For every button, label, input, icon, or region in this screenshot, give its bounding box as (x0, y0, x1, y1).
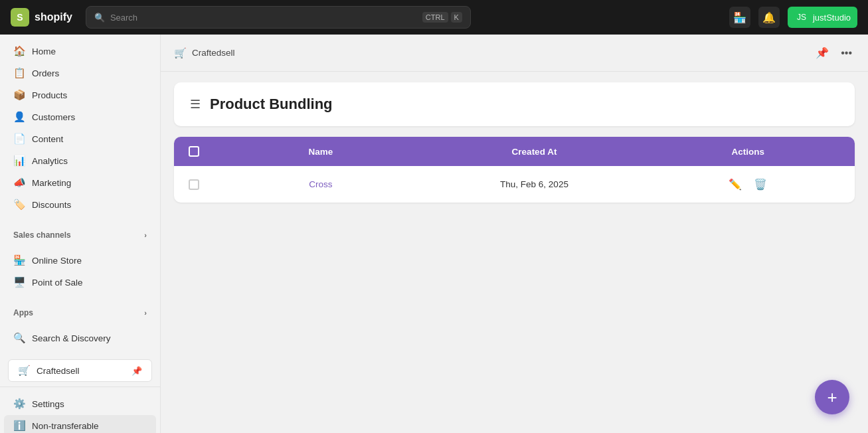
sidebar-item-analytics[interactable]: 📊 Analytics (4, 150, 156, 171)
search-placeholder: Search (110, 13, 137, 23)
logo-text: shopify (35, 11, 72, 23)
account-button[interactable]: JS justStudio (788, 7, 857, 28)
sidebar: 🏠 Home 📋 Orders 📦 Products 👤 Customers 📄… (0, 35, 161, 433)
sidebar-bottom: ⚙️ Settings ℹ️ Non-transferable (0, 387, 160, 433)
store-icon-button[interactable]: 🏪 (729, 7, 750, 28)
customers-icon: 👤 (13, 111, 25, 123)
sidebar-item-customers[interactable]: 👤 Customers (4, 106, 156, 128)
topnav-right: 🏪 🔔 JS justStudio (729, 7, 857, 28)
sidebar-item-search-discovery[interactable]: 🔍 Search & Discovery (4, 327, 156, 349)
sales-channels-label: Sales channels (13, 230, 71, 240)
td-created-at: Thu, Feb 6, 2025 (428, 170, 642, 199)
sidebar-item-label: Discounts (32, 200, 71, 210)
edit-button[interactable]: ✏️ (726, 175, 744, 193)
page-header-bar: 🛒 Craftedsell 📌 ••• (161, 35, 868, 72)
avatar-initials: JS (794, 13, 809, 22)
info-icon: ℹ️ (13, 420, 25, 432)
apps-arrow: › (144, 309, 147, 317)
sidebar-item-label: Search & Discovery (32, 333, 111, 343)
sidebar-pinned-label: Craftedsell (37, 366, 80, 376)
search-discovery-icon: 🔍 (13, 332, 25, 344)
online-store-icon: 🏪 (13, 254, 25, 266)
sidebar-item-online-store[interactable]: 🏪 Online Store (4, 250, 156, 271)
sidebar-item-label: Products (32, 90, 67, 100)
row-checkbox-cell[interactable] (174, 170, 214, 199)
breadcrumb-icon: 🛒 (174, 47, 187, 59)
sidebar-item-label: Online Store (32, 256, 82, 266)
sales-channels-header[interactable]: Sales channels › (4, 226, 156, 242)
main-content: 🛒 Craftedsell 📌 ••• ☰ Product Bundling (161, 35, 868, 433)
search-bar[interactable]: 🔍 Search CTRL K (86, 6, 471, 29)
row-checkbox[interactable] (189, 179, 199, 190)
bundle-name-link[interactable]: Cross (309, 179, 332, 189)
apps-section: 🔍 Search & Discovery (0, 321, 160, 355)
non-transferable-label: Non-transferable (32, 421, 99, 431)
discounts-icon: 🏷️ (13, 199, 25, 211)
analytics-icon: 📊 (13, 155, 25, 167)
pin-button[interactable]: 📌 (813, 44, 831, 62)
add-button[interactable]: + (815, 380, 849, 414)
home-icon: 🏠 (13, 45, 25, 57)
sidebar-item-content[interactable]: 📄 Content (4, 128, 156, 149)
header-checkbox[interactable] (189, 146, 199, 157)
orders-icon: 📋 (13, 67, 25, 79)
delete-button[interactable]: 🗑️ (751, 175, 770, 193)
th-actions: Actions (641, 137, 855, 166)
ctrl-key: CTRL (422, 12, 448, 23)
pin-icon: 📌 (131, 366, 142, 376)
topnav: S shopify 🔍 Search CTRL K 🏪 🔔 JS justStu… (0, 0, 868, 35)
header-checkbox-cell[interactable] (174, 137, 214, 166)
apps-header[interactable]: Apps › (4, 304, 156, 320)
sidebar-item-discounts[interactable]: 🏷️ Discounts (4, 194, 156, 215)
search-icon: 🔍 (94, 13, 105, 23)
title-card: ☰ Product Bundling (174, 82, 855, 126)
sales-channels-section: 🏪 Online Store 🖥️ Point of Sale (0, 244, 160, 299)
page-title: Product Bundling (210, 96, 333, 113)
sales-channels-arrow: › (144, 231, 147, 239)
sidebar-item-settings[interactable]: ⚙️ Settings (4, 393, 156, 414)
k-key: K (451, 12, 462, 23)
point-of-sale-icon: 🖥️ (13, 276, 25, 288)
sidebar-item-orders[interactable]: 📋 Orders (4, 62, 156, 84)
sidebar-item-label: Point of Sale (32, 278, 83, 288)
sidebar-item-label: Analytics (32, 156, 68, 166)
search-keyboard-shortcut: CTRL K (422, 12, 462, 23)
td-actions: ✏️ 🗑️ (641, 166, 855, 203)
sidebar-item-marketing[interactable]: 📣 Marketing (4, 172, 156, 193)
table-header: Name Created At Actions (174, 137, 855, 166)
settings-label: Settings (32, 399, 64, 409)
craftedsell-cart-icon: 🛒 (18, 365, 30, 377)
breadcrumb[interactable]: 🛒 Craftedsell (174, 47, 235, 59)
sidebar-item-label: Orders (32, 68, 59, 78)
content-icon: 📄 (13, 133, 25, 145)
sidebar-item-label: Content (32, 134, 63, 144)
sidebar-item-label: Home (32, 46, 56, 56)
sidebar-item-home[interactable]: 🏠 Home (4, 41, 156, 62)
content-area: ☰ Product Bundling Name Created At Actio… (161, 72, 868, 433)
notifications-button[interactable]: 🔔 (758, 7, 780, 28)
sidebar-item-non-transferable[interactable]: ℹ️ Non-transferable (4, 415, 156, 433)
marketing-icon: 📣 (13, 177, 25, 189)
sidebar-item-craftedsell[interactable]: 🛒 Craftedsell 📌 (8, 359, 152, 382)
more-options-button[interactable]: ••• (838, 44, 855, 62)
store-name: justStudio (813, 13, 851, 23)
sidebar-item-label: Customers (32, 112, 75, 122)
menu-icon: ☰ (190, 97, 201, 112)
table-row: Cross Thu, Feb 6, 2025 ✏️ 🗑️ (174, 166, 855, 203)
sidebar-item-point-of-sale[interactable]: 🖥️ Point of Sale (4, 272, 156, 293)
pinned-section: 🛒 Craftedsell 📌 (0, 355, 160, 387)
products-icon: 📦 (13, 89, 25, 101)
sidebar-item-products[interactable]: 📦 Products (4, 84, 156, 106)
breadcrumb-label: Craftedsell (192, 48, 235, 58)
td-name: Cross (214, 170, 428, 199)
settings-icon: ⚙️ (13, 398, 25, 410)
th-created-at: Created At (428, 137, 642, 166)
page-header-actions: 📌 ••• (813, 44, 855, 62)
table-card: Name Created At Actions Cross Thu, Feb 6… (174, 137, 855, 203)
shopify-logo-icon: S (11, 8, 29, 27)
sidebar-main-section: 🏠 Home 📋 Orders 📦 Products 👤 Customers 📄… (0, 35, 160, 221)
sidebar-item-label: Marketing (32, 178, 71, 188)
th-name: Name (214, 137, 428, 166)
logo[interactable]: S shopify (11, 8, 72, 27)
apps-label: Apps (13, 308, 33, 317)
